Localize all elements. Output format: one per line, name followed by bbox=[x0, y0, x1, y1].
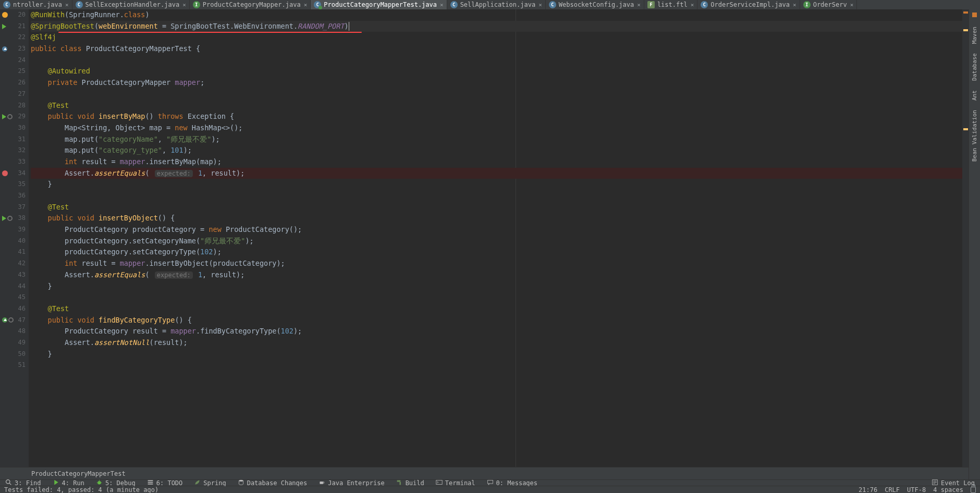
close-icon[interactable]: × bbox=[65, 2, 69, 8]
code-line[interactable]: productCategory.setCategoryName("师兄最不爱")… bbox=[31, 236, 969, 247]
gutter-line[interactable]: 38 bbox=[0, 213, 27, 224]
gutter-line[interactable]: 21 bbox=[0, 21, 27, 32]
code-line[interactable] bbox=[31, 55, 969, 66]
gutter-line[interactable]: 32 bbox=[0, 145, 27, 156]
toolwin-term[interactable]: Terminal bbox=[436, 480, 475, 486]
bp-gutter-icon[interactable] bbox=[2, 170, 8, 176]
gutter-line[interactable]: 41 bbox=[0, 246, 27, 258]
tab-productcategorymappertest-java[interactable]: CProductCategoryMapperTest.java× bbox=[311, 0, 447, 9]
code-line[interactable]: @Autowired bbox=[31, 66, 969, 77]
gutter-line[interactable]: 48 bbox=[0, 326, 27, 337]
stripe-mark[interactable] bbox=[963, 29, 968, 31]
toolwin-dbchg[interactable]: Database Changes bbox=[238, 480, 308, 486]
gutter-line[interactable]: 30 bbox=[0, 122, 27, 134]
code-line[interactable]: map.put("categoryName", "师兄最不爱"); bbox=[31, 134, 969, 145]
code-line[interactable]: productCategory.setCategoryType(102); bbox=[31, 246, 969, 258]
tab-sellexceptionhandler-java[interactable]: CSellExceptionHandler.java× bbox=[72, 0, 190, 9]
gutter-line[interactable]: 25 bbox=[0, 66, 27, 77]
code-column[interactable]: @RunWith(SpringRunner.class)@SpringBootT… bbox=[29, 9, 969, 467]
status-line-sep[interactable]: CRLF bbox=[885, 486, 900, 494]
code-line[interactable] bbox=[31, 292, 969, 303]
gutter-line[interactable]: 50 bbox=[0, 349, 27, 360]
code-line[interactable]: map.put("category_type", 101); bbox=[31, 145, 969, 156]
toolwin-find[interactable]: 3: Find bbox=[5, 480, 41, 486]
error-stripe[interactable] bbox=[962, 9, 969, 467]
gutter-line[interactable]: 28 bbox=[0, 100, 27, 112]
toolwin-event-log[interactable]: Event Log bbox=[932, 480, 975, 486]
code-line[interactable]: Assert.assertEquals( expected: 1, result… bbox=[31, 269, 969, 281]
stripe-mark[interactable] bbox=[963, 11, 968, 14]
close-icon[interactable]: × bbox=[304, 2, 308, 8]
close-icon[interactable]: × bbox=[182, 2, 186, 8]
breadcrumb[interactable]: ProductCategoryMapperTest bbox=[0, 467, 969, 479]
tab-productcategorymapper-java[interactable]: IProductCategoryMapper.java× bbox=[190, 0, 311, 9]
gutter-line[interactable]: 29 bbox=[0, 111, 27, 122]
gutter-line[interactable]: 36 bbox=[0, 190, 27, 202]
right-tool-bean-validation[interactable]: Bean Validation bbox=[971, 110, 978, 162]
code-line[interactable]: public class ProductCategoryMapperTest { bbox=[31, 43, 969, 55]
run-gutter-icon[interactable] bbox=[2, 114, 6, 119]
gutter-line[interactable]: 26 bbox=[0, 77, 27, 89]
code-view[interactable]: @RunWith(SpringRunner.class)@SpringBootT… bbox=[29, 9, 969, 371]
right-tool-maven[interactable]: Maven bbox=[971, 27, 978, 44]
code-line[interactable]: private ProductCategoryMapper mapper; bbox=[31, 77, 969, 89]
breadcrumb-item[interactable]: ProductCategoryMapperTest bbox=[31, 470, 126, 477]
close-icon[interactable]: × bbox=[691, 2, 694, 8]
code-line[interactable] bbox=[31, 190, 969, 202]
code-line[interactable]: @Test bbox=[31, 303, 969, 315]
gutter-line[interactable]: 42 bbox=[0, 258, 27, 269]
close-icon[interactable]: × bbox=[440, 2, 444, 8]
code-line[interactable]: Assert.assertEquals( expected: 1, result… bbox=[31, 168, 969, 179]
run-gutter-icon[interactable] bbox=[2, 24, 6, 29]
right-tool-database[interactable]: Database bbox=[971, 53, 978, 81]
method-gutter-icon[interactable] bbox=[8, 317, 14, 323]
gutter-line[interactable]: 34 bbox=[0, 168, 27, 179]
gutter-line[interactable]: 39 bbox=[0, 224, 27, 236]
gutter-line[interactable]: 45 bbox=[0, 292, 27, 303]
gutter-line[interactable]: 51 bbox=[0, 360, 27, 371]
gutter-line[interactable]: 40 bbox=[0, 236, 27, 247]
gutter-line[interactable]: 35 bbox=[0, 179, 27, 190]
tab-websocketconfig-java[interactable]: CWebsocketConfig.java× bbox=[546, 0, 644, 9]
code-line[interactable]: @Test bbox=[31, 202, 969, 213]
close-icon[interactable]: × bbox=[793, 2, 797, 8]
code-line[interactable]: } bbox=[31, 349, 969, 360]
gutter-line[interactable]: 23 bbox=[0, 43, 27, 55]
gutter-line[interactable]: 22 bbox=[0, 32, 27, 43]
toolwin-spring[interactable]: Spring bbox=[194, 480, 226, 486]
gutter-line[interactable]: 47 bbox=[0, 315, 27, 326]
status-indent[interactable]: 4 spaces bbox=[933, 486, 963, 494]
close-icon[interactable]: × bbox=[637, 2, 641, 8]
gutter-line[interactable]: 20 bbox=[0, 9, 27, 21]
code-line[interactable]: } bbox=[31, 281, 969, 292]
readonly-lock-icon[interactable] bbox=[971, 487, 976, 493]
status-encoding[interactable]: UTF-8 bbox=[907, 486, 926, 494]
code-line[interactable]: public void insertByObject() { bbox=[31, 213, 969, 224]
tab-ntroller-java[interactable]: Cntroller.java× bbox=[0, 0, 72, 9]
code-line[interactable]: } bbox=[31, 179, 969, 190]
code-line[interactable] bbox=[31, 89, 969, 100]
gutter-line[interactable]: 43 bbox=[0, 269, 27, 281]
toolwin-debug[interactable]: 5: Debug bbox=[96, 480, 136, 486]
toolwin-run[interactable]: 4: Run bbox=[53, 480, 84, 486]
gutter-line[interactable]: 44 bbox=[0, 281, 27, 292]
code-line[interactable]: @Test bbox=[31, 100, 969, 112]
gutter-line[interactable]: 31 bbox=[0, 134, 27, 145]
code-line[interactable]: Assert.assertNotNull(result); bbox=[31, 337, 969, 349]
close-icon[interactable]: × bbox=[538, 2, 542, 8]
bulb-gutter-icon[interactable] bbox=[2, 12, 8, 18]
impl-gutter-icon[interactable] bbox=[2, 317, 7, 323]
code-line[interactable]: public void insertByMap() throws Excepti… bbox=[31, 111, 969, 122]
code-line[interactable]: int result = mapper.insertByObject(produ… bbox=[31, 258, 969, 269]
code-line[interactable]: public void findByCategoryType() { bbox=[31, 315, 969, 326]
gutter-line[interactable]: 37 bbox=[0, 202, 27, 213]
tab-orderserviceimpl-java[interactable]: COrderServiceImpl.java× bbox=[697, 0, 800, 9]
code-line[interactable]: ProductCategory productCategory = new Pr… bbox=[31, 224, 969, 236]
gutter-line[interactable]: 49 bbox=[0, 337, 27, 349]
close-icon[interactable]: × bbox=[850, 2, 854, 8]
method-gutter-icon[interactable] bbox=[7, 216, 13, 221]
toolwin-msg[interactable]: 0: Messages bbox=[487, 480, 537, 486]
right-tool-ant[interactable]: Ant bbox=[971, 90, 978, 101]
code-line[interactable] bbox=[31, 360, 969, 371]
stripe-mark[interactable] bbox=[963, 128, 968, 130]
